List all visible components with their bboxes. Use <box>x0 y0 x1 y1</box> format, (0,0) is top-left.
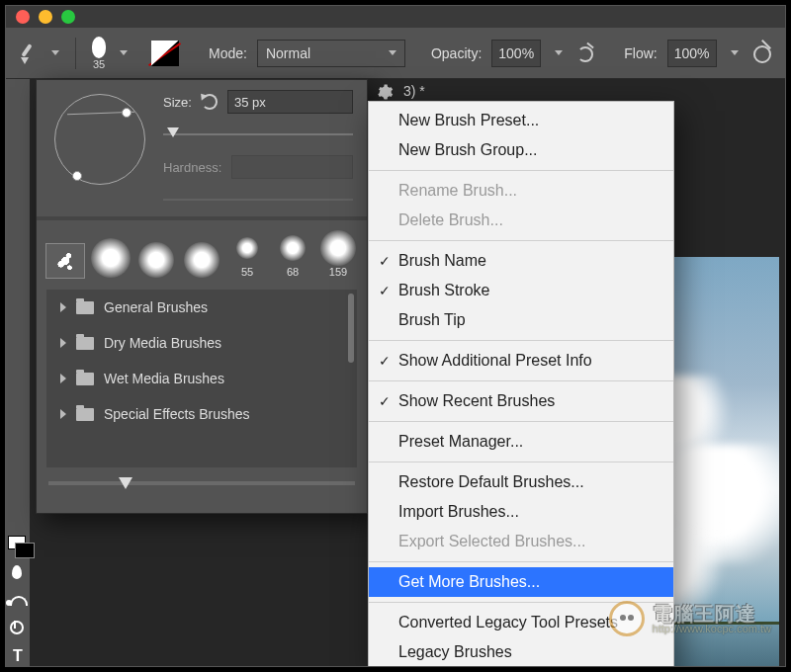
folder-icon <box>76 301 94 314</box>
hardness-input <box>231 155 353 179</box>
brush-folder-item[interactable]: Dry Media Brushes <box>46 325 357 361</box>
options-bar: 35 Mode: Normal Opacity: 100% Flow: 100% <box>6 28 785 79</box>
folder-icon <box>76 373 94 385</box>
app-window: 35 Mode: Normal Opacity: 100% Flow: 100% <box>5 5 786 667</box>
traffic-light-close[interactable] <box>16 10 30 24</box>
menu-item[interactable]: Brush Stroke <box>369 276 673 305</box>
flow-value: 100% <box>674 45 710 61</box>
hardness-slider <box>163 193 353 207</box>
menu-separator <box>369 421 673 422</box>
dodge-tool-icon[interactable] <box>8 619 28 630</box>
menu-item: Delete Brush... <box>369 206 673 235</box>
traffic-light-minimize[interactable] <box>39 10 52 24</box>
menu-item[interactable]: New Brush Group... <box>369 135 673 165</box>
airbrush-icon[interactable] <box>748 41 774 66</box>
folder-icon <box>76 337 94 350</box>
menu-item[interactable]: Show Recent Brushes <box>369 386 673 416</box>
brush-panel-toggle-icon[interactable] <box>151 41 179 66</box>
menu-separator <box>369 340 673 341</box>
brush-folder-list[interactable]: General Brushes Dry Media Brushes Wet Me… <box>46 290 357 467</box>
document-tab-fragment: 3) * <box>403 83 425 99</box>
brush-tip-icon <box>92 37 106 58</box>
menu-separator <box>369 462 673 462</box>
brush-thumb[interactable] <box>137 242 175 278</box>
brush-folder-item[interactable]: General Brushes <box>46 290 357 325</box>
reset-size-icon[interactable] <box>202 94 218 110</box>
opacity-dropdown-icon[interactable] <box>555 50 563 55</box>
tool-brush-icon[interactable] <box>16 42 38 64</box>
pressure-opacity-icon[interactable] <box>572 41 598 66</box>
flow-label: Flow: <box>624 45 657 61</box>
watermark-text: 電腦王阿達 <box>653 604 771 624</box>
brush-thumb-label: 55 <box>241 266 253 278</box>
menu-item[interactable]: Restore Default Brushes... <box>369 467 673 497</box>
folder-label: General Brushes <box>104 299 208 315</box>
menu-item[interactable]: New Brush Preset... <box>369 106 673 135</box>
folder-label: Wet Media Brushes <box>104 371 224 386</box>
menu-item: Rename Brush... <box>369 176 673 206</box>
size-slider[interactable] <box>163 127 353 141</box>
watermark: 電腦王阿達 http://www.kocpc.com.tw <box>609 601 771 636</box>
flow-dropdown-icon[interactable] <box>731 50 739 55</box>
scrollbar[interactable] <box>348 294 354 363</box>
size-label: Size: <box>163 95 192 110</box>
traffic-light-zoom[interactable] <box>61 10 75 24</box>
menu-item[interactable]: Show Additional Preset Info <box>369 346 673 376</box>
menu-item[interactable]: Legacy Brushes <box>369 637 673 667</box>
brush-size-badge: 35 <box>93 58 105 70</box>
blend-mode-value: Normal <box>266 45 310 61</box>
blend-mode-select[interactable]: Normal <box>257 40 405 67</box>
brush-thumb[interactable]: 55 <box>228 230 266 278</box>
brush-preset-dropdown-icon[interactable] <box>120 50 128 55</box>
folder-label: Special Effects Brushes <box>104 406 250 422</box>
smudge-tool-icon[interactable] <box>8 590 28 601</box>
watermark-logo-icon <box>609 601 645 636</box>
brush-thumb[interactable] <box>46 244 84 278</box>
disclosure-icon <box>60 338 66 348</box>
blur-tool-icon[interactable] <box>8 562 28 573</box>
menu-item[interactable]: Get More Brushes... <box>369 567 673 597</box>
divider <box>75 38 76 69</box>
brush-size-input[interactable]: 35 px <box>227 90 353 114</box>
menu-separator <box>369 170 673 171</box>
tool-dropdown-icon[interactable] <box>51 50 59 55</box>
folder-label: Dry Media Brushes <box>104 335 221 351</box>
tools-panel: T <box>6 79 30 666</box>
folder-icon <box>76 408 94 421</box>
menu-separator <box>369 240 673 241</box>
brush-thumb[interactable] <box>183 242 220 278</box>
disclosure-icon <box>60 409 66 419</box>
hardness-label: Hardness: <box>163 160 221 175</box>
titlebar <box>6 6 785 28</box>
brush-thumb-label: 68 <box>287 266 299 278</box>
opacity-input[interactable]: 100% <box>491 40 541 67</box>
disclosure-icon <box>60 374 66 383</box>
brush-thumb[interactable] <box>92 238 130 278</box>
brush-preset-panel: Size: 35 px Hardness: <box>36 79 368 514</box>
menu-item[interactable]: Preset Manager... <box>369 427 673 457</box>
brush-thumb-label: 159 <box>329 266 347 278</box>
thumbnail-size-slider[interactable] <box>37 467 367 493</box>
menu-item[interactable]: Import Brushes... <box>369 497 673 527</box>
flow-input[interactable]: 100% <box>667 40 717 67</box>
chevron-down-icon <box>389 50 396 55</box>
brush-panel-flyout-menu: New Brush Preset...New Brush Group...Ren… <box>368 101 674 667</box>
brush-size-value: 35 px <box>234 95 266 110</box>
menu-item: Export Selected Brushes... <box>369 527 673 556</box>
brush-thumb[interactable]: 68 <box>274 230 311 278</box>
brush-angle-wheel[interactable] <box>50 90 149 189</box>
brush-folder-item[interactable]: Wet Media Brushes <box>46 361 357 396</box>
type-tool-icon[interactable]: T <box>8 646 28 666</box>
menu-separator <box>369 380 673 381</box>
menu-item[interactable]: Brush Tip <box>369 305 673 335</box>
watermark-url: http://www.kocpc.com.tw <box>653 624 771 634</box>
disclosure-icon <box>60 302 66 312</box>
opacity-label: Opacity: <box>431 45 482 61</box>
brush-folder-item[interactable]: Special Effects Brushes <box>46 396 357 432</box>
brush-thumb[interactable]: 159 <box>319 230 357 278</box>
opacity-value: 100% <box>498 45 534 61</box>
mode-label: Mode: <box>209 45 247 61</box>
brush-preset-picker[interactable]: 35 <box>92 37 106 70</box>
menu-item[interactable]: Brush Name <box>369 246 673 276</box>
swatches-icon[interactable] <box>8 534 28 545</box>
